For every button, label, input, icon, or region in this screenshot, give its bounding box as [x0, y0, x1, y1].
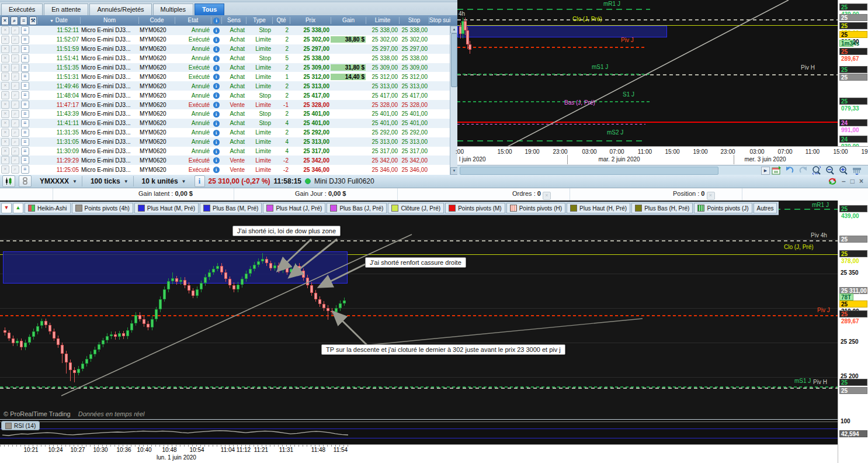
col-prix[interactable]: Prix: [290, 17, 331, 24]
order-report-icon[interactable]: ≡: [21, 165, 29, 174]
order-report-icon[interactable]: ≡: [21, 45, 29, 53]
undo-icon[interactable]: [784, 165, 796, 175]
modify-order-icon[interactable]: ⌕: [11, 54, 19, 63]
order-info[interactable]: i: [211, 101, 221, 108]
col-stop-suiv[interactable]: Stop suiv.: [429, 17, 450, 24]
info-icon[interactable]: i: [213, 37, 220, 43]
order-report-icon[interactable]: ≡: [21, 82, 29, 90]
more-columns-icon[interactable]: [851, 165, 863, 175]
order-report-icon[interactable]: ≡: [21, 101, 29, 109]
cancel-order-icon[interactable]: ×: [1, 54, 9, 63]
col-code[interactable]: Code: [138, 17, 175, 24]
legend-points-pivots-h-[interactable]: Points pivots (H): [506, 203, 565, 213]
cancel-order-icon[interactable]: ×: [1, 129, 9, 137]
annotation-note[interactable]: J'ai shorté ici, loi de dow plus zone: [232, 226, 341, 236]
candlestick-style-icon[interactable]: [2, 175, 15, 187]
scrollbar-thumb[interactable]: [460, 167, 718, 175]
order-report-icon[interactable]: ≡: [21, 26, 29, 34]
orders-table-header[interactable]: ×⌕≡⚒▼ DateNomCodeEtatiSensTypeQtéPrixGai…: [0, 15, 457, 26]
col-sens[interactable]: Sens: [221, 17, 246, 24]
order-info[interactable]: i: [211, 157, 221, 164]
legend-points-pivots-j-[interactable]: Points pivots (J): [694, 203, 752, 213]
modify-order-icon[interactable]: ⌕: [11, 91, 19, 99]
order-info[interactable]: i: [211, 27, 221, 34]
info-icon[interactable]: i: [213, 74, 220, 80]
modify-order-icon[interactable]: ⌕: [11, 64, 19, 72]
close-button[interactable]: ×: [859, 177, 863, 185]
col-stop[interactable]: Stop: [399, 17, 429, 24]
order-row[interactable]: × ⌕ ≡11:51:59Micro E-mini DJ3...MYM0620A…: [0, 44, 450, 54]
modify-order-icon[interactable]: ⌕: [11, 72, 19, 81]
legend-plus-bas-m-pr-[interactable]: Plus Bas (M, Pré): [200, 203, 262, 213]
modify-order-icon[interactable]: ⌕: [11, 101, 19, 109]
cancel-order-icon[interactable]: ×: [1, 165, 9, 174]
order-info[interactable]: i: [211, 110, 221, 118]
refresh-icon[interactable]: [828, 177, 837, 185]
legend-plus-bas-h-pr-[interactable]: Plus Bas (H, Pré): [631, 203, 693, 213]
tab-Multiples[interactable]: Multiples: [153, 4, 193, 15]
order-info[interactable]: i: [211, 46, 221, 53]
zoom-dynamic-icon[interactable]: [811, 165, 822, 175]
order-row[interactable]: × ⌕ ≡11:49:46Micro E-mini DJ3...MYM0620A…: [0, 81, 450, 91]
cancel-order-icon[interactable]: ×: [1, 101, 9, 109]
modify-order-icon[interactable]: ⌕: [11, 110, 19, 118]
modify-order-icon[interactable]: ⌕: [11, 36, 19, 44]
settings-wrench-icon[interactable]: ⚒: [29, 16, 37, 25]
close-position-icon[interactable]: ×: [707, 192, 715, 200]
modify-order-icon[interactable]: ⌕: [11, 165, 19, 174]
modify-order-icon[interactable]: ⌕: [11, 138, 19, 146]
legend-heikin-ashi[interactable]: Heikin-Ashi: [25, 203, 71, 213]
info-icon[interactable]: i: [213, 120, 220, 127]
info-icon[interactable]: i: [213, 157, 220, 164]
order-report-icon[interactable]: ≡: [21, 156, 29, 164]
col-date[interactable]: ▼ Date: [37, 17, 80, 24]
info-icon[interactable]: i: [213, 56, 220, 62]
scroll-right-icon[interactable]: ▶: [761, 167, 770, 175]
delete-all-icon[interactable]: ×: [1, 16, 9, 25]
cancel-order-icon[interactable]: ×: [1, 110, 9, 118]
order-info[interactable]: i: [211, 120, 221, 127]
order-row[interactable]: × ⌕ ≡11:52:07Micro E-mini DJ3...MYM0620E…: [0, 35, 450, 44]
order-info[interactable]: i: [211, 92, 221, 99]
report-icon[interactable]: ≡: [20, 16, 27, 25]
order-report-icon[interactable]: ≡: [21, 72, 29, 81]
zoom-out-icon[interactable]: [824, 165, 836, 175]
order-row[interactable]: × ⌕ ≡11:51:41Micro E-mini DJ3...MYM0620A…: [0, 54, 450, 63]
order-info[interactable]: i: [211, 36, 221, 43]
legend-autres[interactable]: Autres: [754, 203, 777, 213]
cancel-order-icon[interactable]: ×: [1, 45, 9, 53]
order-report-icon[interactable]: ≡: [21, 110, 29, 118]
modify-order-icon[interactable]: ⌕: [11, 119, 19, 127]
order-row[interactable]: × ⌕ ≡11:51:35Micro E-mini DJ3...MYM0620E…: [0, 63, 450, 72]
cancel-order-icon[interactable]: ×: [1, 156, 9, 164]
info-icon[interactable]: i: [213, 148, 220, 155]
cancel-order-icon[interactable]: ×: [1, 147, 9, 156]
overview-chart[interactable]: mR1 J4hClo (J, Pré)Piv JmS1 JPiv HS1 JBa…: [457, 0, 838, 146]
order-row[interactable]: × ⌕ ≡11:30:09Micro E-mini DJ3...MYM0620A…: [0, 147, 450, 156]
order-info[interactable]: i: [211, 129, 221, 136]
modify-icon[interactable]: ⌕: [11, 16, 18, 25]
timeframe-dropdown[interactable]: 100 ticks▼: [86, 176, 134, 186]
order-report-icon[interactable]: ≡: [21, 129, 29, 137]
info-icon[interactable]: i: [213, 111, 220, 118]
col-info[interactable]: i: [211, 17, 221, 24]
order-report-icon[interactable]: ≡: [21, 54, 29, 63]
info-icon[interactable]: i: [213, 139, 220, 146]
main-price-scale[interactable]: 25 439,0025 395,0025 378,0025 35025 311,…: [838, 201, 868, 463]
legend-plus-haut-j-pr-[interactable]: Plus Haut (J, Pré): [263, 203, 325, 213]
redo-icon[interactable]: [797, 165, 809, 175]
buy-button[interactable]: ▲: [13, 203, 23, 213]
zoom-in-icon[interactable]: [838, 165, 849, 175]
info-icon[interactable]: i: [213, 102, 220, 108]
order-row[interactable]: × ⌕ ≡11:43:39Micro E-mini DJ3...MYM0620A…: [0, 109, 450, 119]
info-icon[interactable]: i: [195, 175, 205, 187]
maximize-button[interactable]: □: [850, 177, 855, 185]
cancel-order-icon[interactable]: ×: [1, 72, 9, 81]
order-row[interactable]: × ⌕ ≡11:31:35Micro E-mini DJ3...MYM0620A…: [0, 128, 450, 137]
order-row[interactable]: × ⌕ ≡11:51:31Micro E-mini DJ3...MYM0620E…: [0, 72, 450, 81]
cancel-order-icon[interactable]: ×: [1, 82, 9, 90]
order-info[interactable]: i: [211, 166, 221, 173]
order-row[interactable]: × ⌕ ≡11:48:04Micro E-mini DJ3...MYM0620A…: [0, 91, 450, 100]
info-icon[interactable]: i: [213, 83, 220, 89]
order-info[interactable]: i: [211, 82, 221, 89]
